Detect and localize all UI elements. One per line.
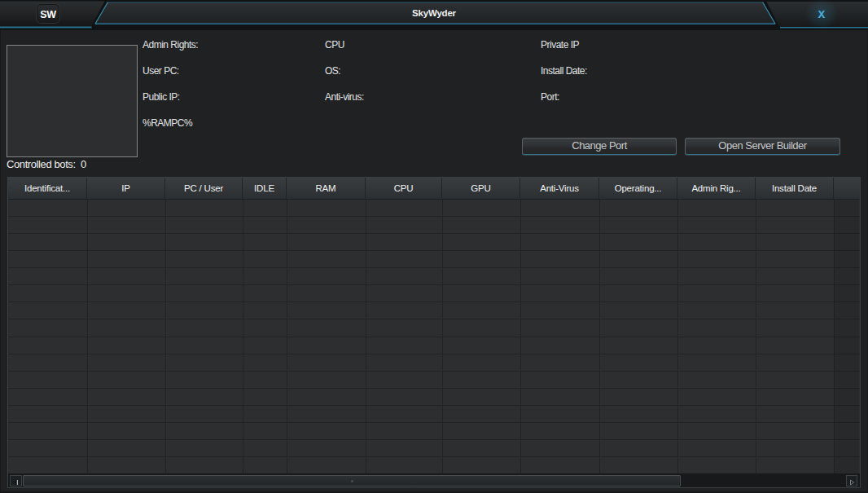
svg-text:SW: SW — [40, 9, 56, 20]
svg-text:x: x — [818, 7, 826, 20]
svg-text:SkyWyder: SkyWyder — [412, 8, 457, 18]
